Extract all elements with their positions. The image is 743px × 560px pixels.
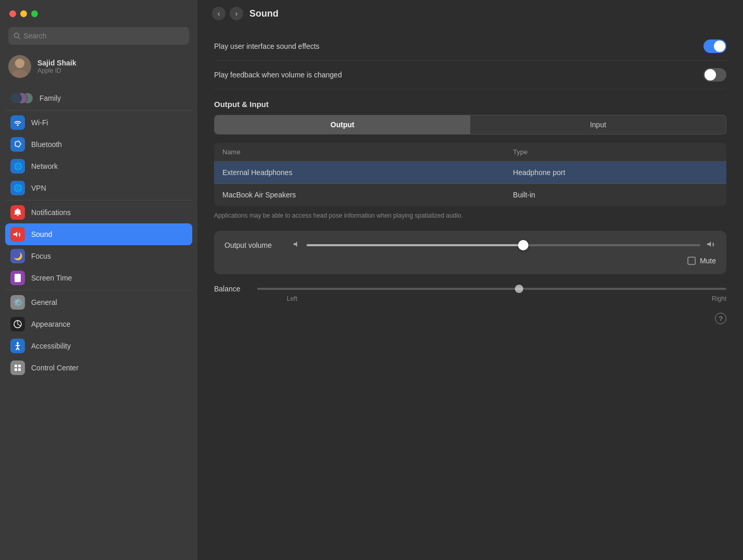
svg-point-5 xyxy=(15,59,24,68)
output-table: Name Type External Headphones Headphone … xyxy=(214,143,726,206)
sidebar-item-family[interactable]: Family xyxy=(5,87,192,109)
sound-icon xyxy=(10,227,25,242)
sidebar-item-accessibility[interactable]: Accessibility xyxy=(5,335,192,357)
sidebar-item-label-focus: Focus xyxy=(31,252,51,260)
feedback-volume-toggle[interactable] xyxy=(704,68,726,82)
search-icon xyxy=(14,32,20,39)
minimize-button[interactable] xyxy=(20,10,27,17)
notifications-icon xyxy=(10,205,25,220)
sidebar-item-wifi[interactable]: Wi-Fi xyxy=(5,112,192,134)
ui-sounds-toggle[interactable] xyxy=(704,39,726,53)
network-icon: 🌐 xyxy=(10,159,25,174)
sidebar-item-vpn[interactable]: 🌐 VPN xyxy=(5,177,192,199)
balance-section: Balance Left Right xyxy=(214,285,726,302)
table-row-external-headphones[interactable]: External Headphones Headphone port xyxy=(214,162,726,184)
sidebar-section-main: Family Wi-Fi ⭔ Bluetooth 🌐 Network xyxy=(0,85,197,381)
mute-row: Mute xyxy=(224,257,716,265)
balance-right-label: Right xyxy=(712,295,726,302)
sidebar-item-network[interactable]: 🌐 Network xyxy=(5,155,192,177)
mute-label: Mute xyxy=(700,257,716,265)
help-button[interactable]: ? xyxy=(715,313,726,324)
sidebar-item-label-family: Family xyxy=(39,94,61,102)
sidebar-item-label-general: General xyxy=(31,298,57,306)
col-header-name: Name xyxy=(214,143,505,162)
sidebar-item-label-network: Network xyxy=(31,162,58,170)
svg-line-1 xyxy=(18,37,20,38)
ui-sounds-label: Play user interface sound effects xyxy=(214,42,320,50)
device-type-external: Headphone port xyxy=(505,162,726,184)
titlebar xyxy=(0,0,197,27)
avatar xyxy=(8,55,31,78)
sidebar-item-controlcenter[interactable]: Control Center xyxy=(5,357,192,379)
sidebar-item-general[interactable]: ⚙️ General xyxy=(5,291,192,313)
nav-forward-button[interactable]: › xyxy=(230,7,243,20)
main-content: ‹ › Sound Play user interface sound effe… xyxy=(197,0,743,560)
sidebar-item-label-bluetooth: Bluetooth xyxy=(31,140,62,149)
balance-left-label: Left xyxy=(287,295,297,302)
sidebar: Sajid Shaik Apple ID Family Wi-Fi xyxy=(0,0,197,560)
sidebar-item-label-accessibility: Accessibility xyxy=(31,342,71,350)
focus-icon: 🌙 xyxy=(10,249,25,263)
main-header: ‹ › Sound xyxy=(197,0,743,27)
tab-output[interactable]: Output xyxy=(215,115,470,134)
output-input-tabs: Output Input xyxy=(214,115,726,135)
user-profile[interactable]: Sajid Shaik Apple ID xyxy=(0,51,197,85)
sidebar-item-label-appearance: Appearance xyxy=(31,320,71,328)
sidebar-item-focus[interactable]: 🌙 Focus xyxy=(5,245,192,267)
controlcenter-icon xyxy=(10,361,25,375)
sidebar-item-label-notifications: Notifications xyxy=(31,208,71,217)
sidebar-item-label-controlcenter: Control Center xyxy=(31,364,78,372)
toggle-thumb xyxy=(714,41,725,52)
sidebar-item-appearance[interactable]: Appearance xyxy=(5,313,192,335)
svg-rect-13 xyxy=(15,365,17,367)
svg-rect-16 xyxy=(18,368,21,371)
accessibility-icon xyxy=(10,339,25,353)
user-subtitle: Apple ID xyxy=(37,67,76,74)
family-icon xyxy=(10,91,33,105)
feedback-volume-label: Play feedback when volume is changed xyxy=(214,71,342,79)
sidebar-item-notifications[interactable]: Notifications xyxy=(5,202,192,223)
mute-checkbox[interactable] xyxy=(687,257,696,265)
sidebar-item-label-screentime: Screen Time xyxy=(31,274,72,282)
search-bar[interactable] xyxy=(8,27,189,45)
divider-2 xyxy=(5,200,192,201)
sidebar-item-sound[interactable]: Sound xyxy=(5,223,192,245)
volume-card: Output volume xyxy=(214,231,726,274)
table-row-macbook-speakers[interactable]: MacBook Air Speakers Built-in xyxy=(214,184,726,206)
content-area: Play user interface sound effects Play f… xyxy=(197,27,743,560)
table-header-row: Name Type xyxy=(214,143,726,162)
search-input[interactable] xyxy=(23,32,184,40)
user-name: Sajid Shaik xyxy=(37,59,76,67)
volume-track xyxy=(307,244,700,246)
vpn-icon: 🌐 xyxy=(10,181,25,195)
sidebar-item-screentime[interactable]: Screen Time xyxy=(5,267,192,289)
volume-slider[interactable] xyxy=(307,240,700,250)
nav-back-button[interactable]: ‹ xyxy=(212,7,225,20)
col-header-type: Type xyxy=(505,143,726,162)
volume-thumb[interactable] xyxy=(518,240,528,250)
sidebar-item-label-sound: Sound xyxy=(31,230,52,238)
svg-point-8 xyxy=(17,342,19,344)
page-title: Sound xyxy=(249,8,278,19)
close-button[interactable] xyxy=(9,10,16,17)
balance-slider[interactable] xyxy=(257,288,726,290)
wifi-icon xyxy=(10,115,25,130)
tab-input[interactable]: Input xyxy=(470,115,726,134)
device-name-macbook: MacBook Air Speakers xyxy=(214,184,505,206)
device-name-external: External Headphones xyxy=(214,162,505,184)
volume-fill xyxy=(307,244,523,246)
svg-rect-15 xyxy=(15,368,17,371)
sidebar-item-label-vpn: VPN xyxy=(31,184,46,192)
maximize-button[interactable] xyxy=(31,10,38,17)
divider-3 xyxy=(5,290,192,290)
sidebar-item-label-wifi: Wi-Fi xyxy=(31,118,48,127)
divider xyxy=(5,110,192,111)
balance-label: Balance xyxy=(214,285,241,293)
svg-line-12 xyxy=(18,348,19,350)
user-info: Sajid Shaik Apple ID xyxy=(37,59,76,74)
bluetooth-icon: ⭔ xyxy=(10,137,25,152)
sidebar-item-bluetooth[interactable]: ⭔ Bluetooth xyxy=(5,134,192,155)
screentime-icon xyxy=(10,271,25,285)
balance-row: Balance xyxy=(214,285,726,293)
balance-thumb[interactable] xyxy=(515,285,523,293)
